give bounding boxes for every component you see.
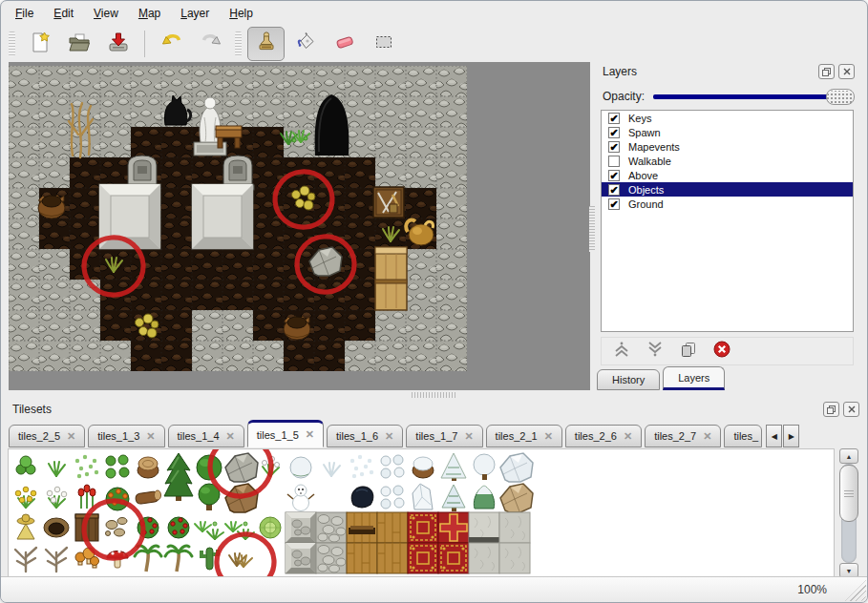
close-tab-icon[interactable]: ✕ — [67, 430, 75, 443]
close-tab-icon[interactable]: ✕ — [464, 430, 473, 443]
close-tab-icon[interactable]: ✕ — [385, 430, 393, 443]
map-canvas[interactable] — [9, 62, 590, 390]
layer-visibility-checkbox[interactable]: ✔ — [608, 127, 620, 138]
close-tab-icon[interactable]: ✕ — [703, 430, 711, 443]
tile-carpet-cross[interactable] — [438, 512, 469, 543]
tile-lettuce[interactable] — [260, 517, 281, 538]
close-tab-icon[interactable]: ✕ — [146, 430, 155, 443]
tile-stump[interactable] — [138, 457, 159, 478]
layer-row-spawn[interactable]: ✔Spawn — [602, 125, 853, 139]
menu-view[interactable]: View — [94, 7, 118, 20]
tile-wood-lintel[interactable] — [347, 512, 377, 543]
float-panel-icon[interactable] — [818, 64, 835, 79]
layer-row-objects[interactable]: ✔Objects — [602, 182, 853, 197]
tileset-tab-tiles_2_5[interactable]: tiles_2_5✕ — [9, 425, 85, 447]
tileset-tab-tiles_1_7[interactable]: tiles_1_7✕ — [406, 425, 482, 447]
tab-scroll-left-icon[interactable]: ◀ — [766, 425, 782, 447]
tileset-tab-tiles_1_3[interactable]: tiles_1_3✕ — [88, 425, 164, 447]
eraser-tool-button[interactable] — [326, 27, 363, 61]
layer-row-walkable[interactable]: Walkable — [602, 154, 853, 168]
opacity-slider-handle[interactable] — [826, 89, 855, 105]
tab-scroll-right-icon[interactable]: ▶ — [783, 425, 799, 447]
tile-hole-dark[interactable] — [351, 487, 373, 508]
tile-gray-plain[interactable] — [469, 543, 499, 573]
tileset-tab-tiles_1_6[interactable]: tiles_1_6✕ — [327, 425, 403, 447]
tileset-tab-tiles_1_5[interactable]: tiles_1_5✕ — [247, 420, 324, 447]
close-tab-icon[interactable]: ✕ — [306, 428, 314, 441]
tile-carpet-ornate[interactable] — [408, 543, 438, 573]
close-tab-icon[interactable]: ✕ — [624, 430, 632, 443]
tileset-svg[interactable] — [9, 449, 832, 577]
layer-row-above[interactable]: ✔Above — [602, 168, 853, 182]
delete-layer-button[interactable] — [711, 341, 732, 362]
layer-visibility-checkbox[interactable]: ✔ — [608, 198, 620, 210]
tile-snow-stump[interactable] — [413, 457, 434, 478]
layer-row-ground[interactable]: ✔Ground — [602, 197, 853, 211]
close-panel-icon[interactable] — [838, 64, 855, 79]
layer-visibility-checkbox[interactable] — [608, 156, 620, 167]
scrollbar-thumb[interactable] — [839, 465, 858, 522]
undo-button[interactable] — [153, 27, 190, 61]
tileset-tab-tiles_1_4[interactable]: tiles_1_4✕ — [168, 425, 244, 447]
float-panel-icon[interactable] — [823, 402, 839, 417]
tile-flowers-red[interactable] — [78, 485, 95, 509]
close-panel-icon[interactable] — [843, 402, 859, 417]
menu-layer[interactable]: Layer — [180, 7, 209, 20]
layer-visibility-checkbox[interactable]: ✔ — [608, 170, 620, 181]
tile-wall-frame[interactable] — [286, 512, 316, 543]
tile-gray-edge[interactable] — [469, 512, 499, 543]
select-tool-button[interactable] — [365, 27, 402, 61]
fill-tool-button[interactable] — [286, 27, 324, 61]
redo-button[interactable] — [192, 27, 229, 61]
map-svg[interactable] — [9, 66, 467, 371]
tile-carpet-ornate[interactable] — [408, 512, 438, 543]
tile-wood-plain[interactable] — [377, 512, 408, 543]
tileset-tab-label: tiles_2_1 — [496, 430, 538, 442]
tile-wall-cobble[interactable] — [316, 512, 347, 543]
tile-gray-plain[interactable] — [499, 543, 530, 573]
tileset-tab-tiles_2_1[interactable]: tiles_2_1✕ — [486, 425, 562, 447]
new-file-button[interactable] — [21, 27, 58, 61]
tile-berry-bush[interactable] — [168, 517, 189, 538]
tile-wood-plain[interactable] — [377, 543, 408, 573]
tile-pit[interactable] — [44, 518, 69, 537]
tile-snow-bush[interactable] — [290, 457, 311, 478]
horizontal-splitter[interactable] — [412, 392, 457, 398]
scroll-up-icon[interactable]: ▲ — [839, 448, 858, 464]
toolbar-drag-handle[interactable] — [9, 31, 15, 56]
layer-visibility-checkbox[interactable]: ✔ — [608, 184, 620, 196]
tileset-tab-tiles[interactable]: tiles_ — [724, 425, 762, 447]
menu-file[interactable]: File — [15, 7, 33, 20]
zoom-level: 100% — [797, 583, 827, 596]
tileset-tab-tiles_2_7[interactable]: tiles_2_7✕ — [645, 425, 721, 447]
dock-tab-history[interactable]: History — [597, 369, 660, 390]
layer-list[interactable]: ✔Keys✔Spawn✔MapeventsWalkable✔Above✔Obje… — [601, 110, 854, 332]
close-tab-icon[interactable]: ✕ — [544, 430, 553, 443]
menu-map[interactable]: Map — [138, 7, 160, 20]
tile-carpet-ornate[interactable] — [438, 543, 469, 573]
move-layer-up-button[interactable] — [611, 341, 632, 362]
menu-help[interactable]: Help — [229, 7, 253, 20]
stamp-tool-button[interactable] — [247, 27, 285, 61]
layer-row-keys[interactable]: ✔Keys — [602, 111, 853, 125]
save-button[interactable] — [99, 27, 137, 61]
open-button[interactable] — [60, 27, 97, 61]
dock-tab-layers[interactable]: Layers — [663, 366, 725, 390]
tileset-tab-tiles_2_6[interactable]: tiles_2_6✕ — [565, 425, 642, 447]
tileset-scrollbar[interactable]: ▲ ▼ — [839, 448, 858, 578]
tile-wood-plain[interactable] — [347, 543, 377, 573]
tile-gray-plain[interactable] — [499, 512, 530, 543]
layer-visibility-checkbox[interactable]: ✔ — [608, 113, 620, 124]
menu-edit[interactable]: Edit — [53, 7, 74, 20]
layer-visibility-checkbox[interactable]: ✔ — [608, 141, 620, 153]
tileset-grid[interactable] — [8, 448, 835, 578]
move-layer-down-button[interactable] — [645, 341, 666, 362]
close-tab-icon[interactable]: ✕ — [226, 430, 235, 443]
open-icon — [68, 31, 91, 57]
duplicate-layer-button[interactable] — [678, 341, 699, 362]
tile-wall-frame[interactable] — [286, 543, 316, 573]
layer-row-mapevents[interactable]: ✔Mapevents — [602, 139, 853, 154]
toolbar-drag-handle[interactable] — [235, 31, 242, 56]
tile-wall-cobble[interactable] — [316, 543, 347, 573]
opacity-slider[interactable] — [653, 89, 855, 104]
